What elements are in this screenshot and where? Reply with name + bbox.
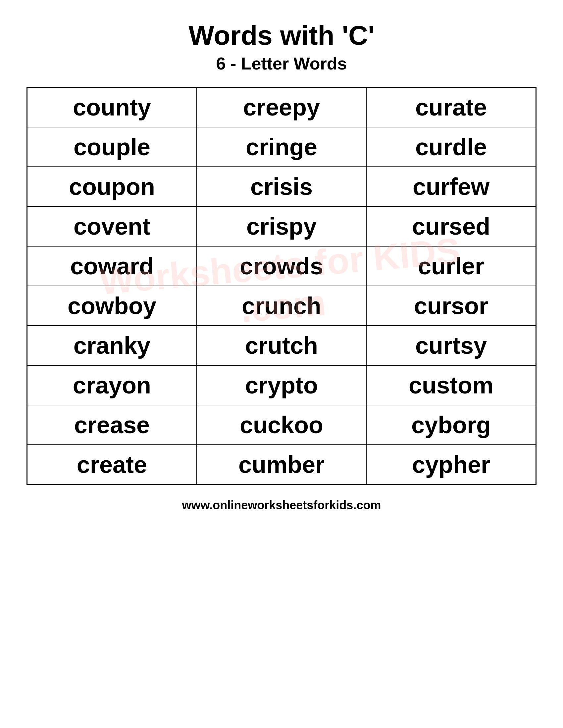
page-subtitle: 6 - Letter Words: [216, 54, 347, 73]
table-cell: cursor: [366, 286, 536, 326]
word-label: couple: [73, 134, 150, 160]
table-cell: cowboy: [27, 286, 197, 326]
footer-url: www.onlineworksheetsforkids.com: [182, 498, 381, 512]
word-label: crayon: [73, 372, 151, 398]
table-cell: crutch: [197, 326, 366, 365]
table-cell: curdle: [366, 127, 536, 167]
table-cell: county: [27, 87, 197, 127]
word-label: coupon: [69, 173, 155, 200]
table-cell: crypto: [197, 365, 366, 405]
word-label: crutch: [245, 332, 318, 359]
table-cell: cuckoo: [197, 405, 366, 445]
table-row: crayoncryptocustom: [27, 365, 536, 405]
table-cell: curfew: [366, 167, 536, 206]
table-row: countycreepycurate: [27, 87, 536, 127]
word-table: countycreepycuratecouplecringecurdlecoup…: [26, 87, 537, 485]
word-label: curler: [418, 253, 484, 279]
word-label: crowds: [240, 253, 323, 279]
word-label: cranky: [73, 332, 150, 359]
table-row: cowboycrunchcursor: [27, 286, 536, 326]
word-label: crypto: [245, 372, 318, 398]
word-label: crispy: [246, 213, 317, 240]
table-row: crankycrutchcurtsy: [27, 326, 536, 365]
table-cell: cyborg: [366, 405, 536, 445]
word-label: cypher: [412, 451, 490, 478]
table-row: cowardcrowdscurler: [27, 246, 536, 286]
word-label: curtsy: [415, 332, 487, 359]
word-label: covent: [73, 213, 150, 240]
table-cell: curate: [366, 87, 536, 127]
table-cell: crowds: [197, 246, 366, 286]
word-label: cyborg: [411, 412, 491, 438]
word-label: crisis: [250, 173, 313, 200]
table-cell: cypher: [366, 445, 536, 485]
word-label: custom: [409, 372, 493, 398]
word-label: cumber: [238, 451, 325, 478]
word-label: curdle: [415, 134, 487, 160]
table-cell: create: [27, 445, 197, 485]
table-cell: cranky: [27, 326, 197, 365]
table-cell: couple: [27, 127, 197, 167]
table-row: couponcrisiscurfew: [27, 167, 536, 206]
table-row: createcumbercypher: [27, 445, 536, 485]
word-label: cowboy: [68, 293, 156, 319]
word-label: create: [77, 451, 147, 478]
word-label: curfew: [413, 173, 490, 200]
page-title: Words with 'C': [188, 20, 374, 51]
word-label: coward: [70, 253, 154, 279]
table-cell: curtsy: [366, 326, 536, 365]
word-label: creepy: [243, 94, 320, 120]
table-cell: crease: [27, 405, 197, 445]
table-cell: crayon: [27, 365, 197, 405]
table-row: couplecringecurdle: [27, 127, 536, 167]
word-label: crunch: [242, 293, 321, 319]
word-label: cursor: [414, 293, 488, 319]
table-cell: creepy: [197, 87, 366, 127]
table-cell: cursed: [366, 206, 536, 246]
table-wrapper: Worksheets for KIDS.com countycreepycura…: [26, 87, 537, 485]
table-cell: cumber: [197, 445, 366, 485]
word-label: county: [73, 94, 151, 120]
word-label: cuckoo: [240, 412, 323, 438]
word-label: cursed: [412, 213, 490, 240]
word-label: cringe: [246, 134, 317, 160]
table-cell: custom: [366, 365, 536, 405]
table-row: creasecuckoocyborg: [27, 405, 536, 445]
table-cell: curler: [366, 246, 536, 286]
page: Words with 'C' 6 - Letter Words Workshee…: [0, 0, 563, 728]
table-cell: coupon: [27, 167, 197, 206]
word-label: curate: [415, 94, 487, 120]
table-cell: crispy: [197, 206, 366, 246]
table-cell: crisis: [197, 167, 366, 206]
word-label: crease: [74, 412, 150, 438]
table-cell: coward: [27, 246, 197, 286]
table-cell: cringe: [197, 127, 366, 167]
table-row: coventcrispycursed: [27, 206, 536, 246]
table-cell: covent: [27, 206, 197, 246]
table-cell: crunch: [197, 286, 366, 326]
